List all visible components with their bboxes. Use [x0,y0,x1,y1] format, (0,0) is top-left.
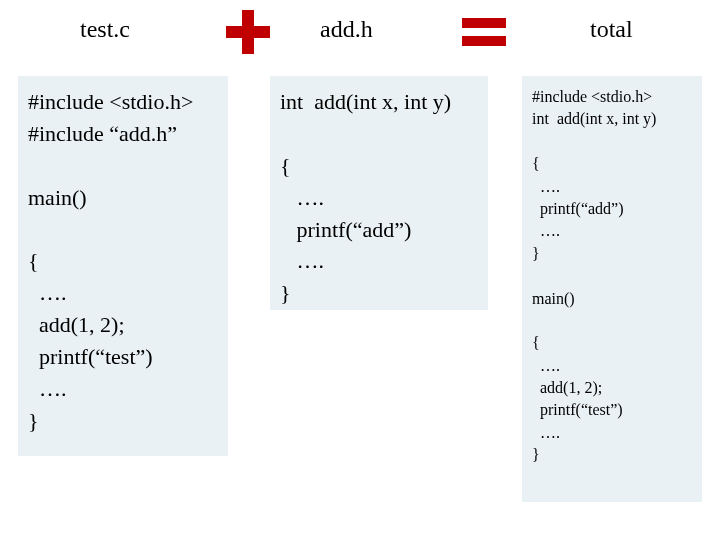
equals-icon [462,16,506,48]
header-add: add.h [320,16,373,43]
header-test: test.c [80,16,130,43]
plus-icon [226,10,270,54]
header-row: test.c add.h total [0,16,720,56]
code-panel-add: int add(int x, int y) { …. printf(“add”)… [270,76,488,310]
code-panel-test: #include <stdio.h> #include “add.h” main… [18,76,228,456]
header-total: total [590,16,633,43]
code-panel-total: #include <stdio.h> int add(int x, int y)… [522,76,702,502]
